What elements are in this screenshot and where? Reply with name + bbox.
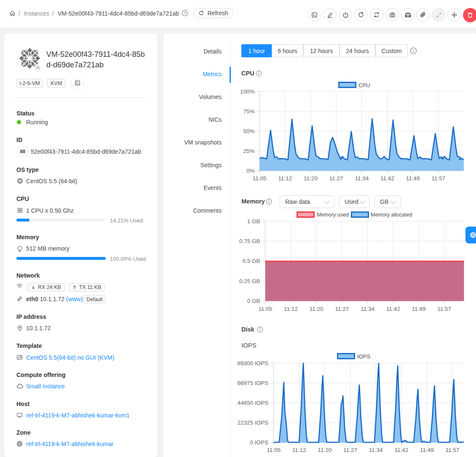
svg-text:11:12: 11:12 [284, 306, 298, 312]
svg-text:11:27: 11:27 [343, 447, 357, 453]
svg-text:44650 IOPS: 44650 IOPS [237, 400, 268, 406]
svg-text:75%: 75% [243, 108, 254, 115]
svg-text:11:34: 11:34 [355, 175, 369, 182]
svg-text:i: i [268, 199, 269, 203]
svg-text:11:05: 11:05 [253, 175, 267, 182]
svg-text:i: i [259, 327, 260, 331]
svg-text:66975 IOPS: 66975 IOPS [237, 380, 268, 386]
svg-text:11:12: 11:12 [292, 447, 306, 453]
svg-text:0.75 GB: 0.75 GB [239, 238, 260, 244]
svg-text:11:27: 11:27 [329, 175, 343, 182]
svg-text:11:34: 11:34 [361, 306, 374, 312]
svg-text:0.5 GB: 0.5 GB [242, 258, 260, 264]
svg-text:11:49: 11:49 [412, 306, 426, 312]
svg-text:11:57: 11:57 [431, 175, 445, 182]
svg-text:11:05: 11:05 [267, 447, 281, 453]
svg-text:11:20: 11:20 [310, 306, 324, 312]
svg-text:11:42: 11:42 [394, 447, 408, 453]
svg-text:?: ? [184, 11, 186, 15]
svg-text:22325 IOPS: 22325 IOPS [237, 420, 268, 426]
svg-text:50%: 50% [243, 128, 254, 134]
svg-text:100%: 100% [240, 88, 255, 95]
svg-text:11:12: 11:12 [278, 175, 292, 182]
svg-text:11:42: 11:42 [386, 306, 400, 312]
svg-text:11:49: 11:49 [406, 175, 420, 182]
svg-text:i: i [413, 48, 414, 53]
svg-text:11:57: 11:57 [446, 447, 460, 453]
svg-text:11:20: 11:20 [304, 175, 318, 182]
svg-text:11:20: 11:20 [318, 447, 332, 453]
svg-text:1 GB: 1 GB [247, 218, 260, 224]
svg-text:11:42: 11:42 [380, 175, 394, 182]
svg-text:11:05: 11:05 [258, 306, 272, 312]
svg-text:11:57: 11:57 [437, 306, 451, 312]
svg-text:i: i [258, 71, 259, 75]
svg-text:89300 IOPS: 89300 IOPS [237, 360, 268, 366]
svg-text:0%: 0% [246, 168, 255, 174]
svg-text:11:27: 11:27 [335, 306, 349, 312]
svg-text:11:49: 11:49 [420, 447, 434, 453]
svg-text:0 GB: 0 GB [247, 298, 260, 304]
svg-text:0 IOPS: 0 IOPS [250, 439, 268, 446]
svg-text:0.25 GB: 0.25 GB [239, 278, 260, 284]
svg-text:11:34: 11:34 [369, 447, 383, 453]
svg-text:25%: 25% [243, 148, 254, 154]
